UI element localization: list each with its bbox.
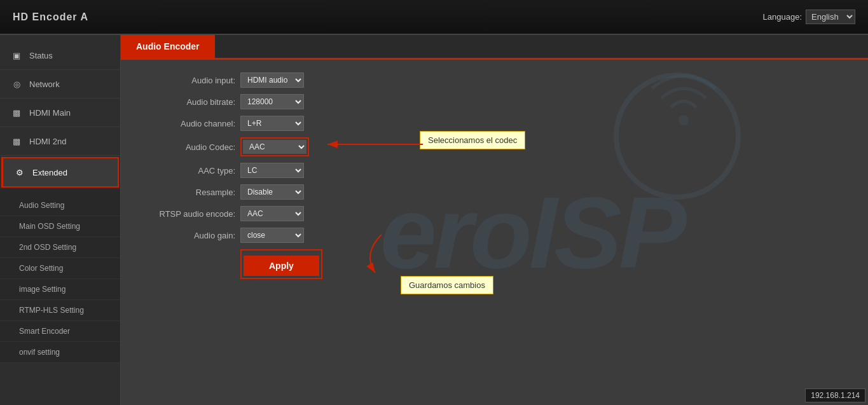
sidebar-sub-rtmp-hls[interactable]: RTMP-HLS Setting [0,300,120,321]
sidebar-sub-color-setting[interactable]: Color Setting [0,258,120,279]
resample-select[interactable]: Disable Enable [240,184,304,200]
apply-button[interactable]: Apply [244,256,319,276]
main-content: Audio Encoder eroISP Audio input: [121,35,868,405]
arrow-codec-svg [324,135,426,154]
aac-type-select[interactable]: LC HE HEv2 [240,163,304,178]
audio-bitrate-select[interactable]: 128000 64000 96000 192000 [240,94,304,109]
audio-channel-select[interactable]: L+R Left Right Mono [240,116,304,131]
arrow-apply-svg [356,231,407,276]
sidebar-item-hdmi-main[interactable]: ▩ HDMI Main [0,99,120,127]
audio-input-label: Audio input: [140,76,235,85]
audio-encoder-form: Audio input: HDMI audio Line In Mic Audi… [140,72,496,279]
language-select[interactable]: English Chinese [806,10,855,24]
header: HD Encoder A Language: English Chinese [0,0,868,35]
signal-watermark [645,69,722,146]
sidebar-item-extended[interactable]: ⚙ Extended [1,157,119,188]
sidebar-sub-audio-setting[interactable]: Audio Setting [0,195,120,216]
sidebar-label-hdmi-2nd: HDMI 2nd [29,137,67,146]
aac-type-row: AAC type: LC HE HEv2 [140,163,496,178]
sidebar-label-status: Status [29,51,53,60]
display-icon: ▩ [10,106,23,119]
audio-gain-select[interactable]: close low medium high [240,228,304,243]
audio-gain-row: Audio gain: close low medium high [140,228,496,243]
audio-gain-label: Audio gain: [140,231,235,240]
sidebar-sub-2nd-osd[interactable]: 2nd OSD Setting [0,237,120,258]
audio-codec-select[interactable]: AAC MP3 G711 [243,140,307,154]
callout-apply: Guardamos cambios [401,276,493,294]
resample-label: Resample: [140,188,235,197]
rtsp-encode-select[interactable]: AAC G711 MP3 [240,206,304,221]
sidebar-sub-image-setting[interactable]: image Setting [0,279,120,300]
audio-channel-label: Audio channel: [140,119,235,128]
tab-bar: Audio Encoder [121,35,868,60]
resample-row: Resample: Disable Enable [140,184,496,200]
tab-audio-encoder[interactable]: Audio Encoder [121,35,215,58]
rtsp-encode-label: RTSP audio encode: [140,209,235,219]
sidebar-label-extended: Extended [32,168,67,177]
content-area: eroISP Audio input: HDMI audio Line In M… [121,60,868,405]
svg-point-0 [679,115,689,125]
display2-icon: ▩ [10,135,23,148]
ip-badge: 192.168.1.214 [805,388,865,402]
audio-codec-label: Audio Codec: [140,142,235,152]
globe-icon: ◎ [10,78,23,90]
audio-input-select[interactable]: HDMI audio Line In Mic [240,72,304,88]
sidebar-sub-main-osd[interactable]: Main OSD Setting [0,216,120,237]
sidebar-submenu: Audio Setting Main OSD Setting 2nd OSD S… [0,189,120,363]
main-layout: ▣ Status ◎ Network ▩ HDMI Main ▩ HDMI 2n… [0,35,868,405]
sidebar-item-status[interactable]: ▣ Status [0,41,120,70]
audio-codec-highlight: AAC MP3 G711 [240,137,309,156]
audio-channel-row: Audio channel: L+R Left Right Mono [140,116,496,131]
sidebar-item-network[interactable]: ◎ Network [0,70,120,99]
audio-input-row: Audio input: HDMI audio Line In Mic [140,72,496,88]
callout-codec: Seleccionamos el codec [420,131,525,149]
audio-bitrate-label: Audio bitrate: [140,97,235,107]
sidebar-label-network: Network [29,79,60,89]
sidebar-sub-smart-encoder[interactable]: Smart Encoder [0,321,120,342]
app-title: HD Encoder A [13,11,88,23]
gear-icon: ⚙ [13,166,26,179]
rtsp-encode-row: RTSP audio encode: AAC G711 MP3 [140,206,496,221]
monitor-icon: ▣ [10,49,23,62]
sidebar-sub-onvif[interactable]: onvif setting [0,342,120,363]
language-selector[interactable]: Language: English Chinese [763,10,855,24]
audio-bitrate-row: Audio bitrate: 128000 64000 96000 192000 [140,94,496,109]
sidebar-label-hdmi-main: HDMI Main [29,108,71,118]
sidebar: ▣ Status ◎ Network ▩ HDMI Main ▩ HDMI 2n… [0,35,121,405]
sidebar-item-hdmi-2nd[interactable]: ▩ HDMI 2nd [0,127,120,156]
apply-button-box: Apply [240,249,322,279]
language-label: Language: [763,12,802,22]
apply-row: Apply [140,249,496,279]
aac-type-label: AAC type: [140,166,235,175]
